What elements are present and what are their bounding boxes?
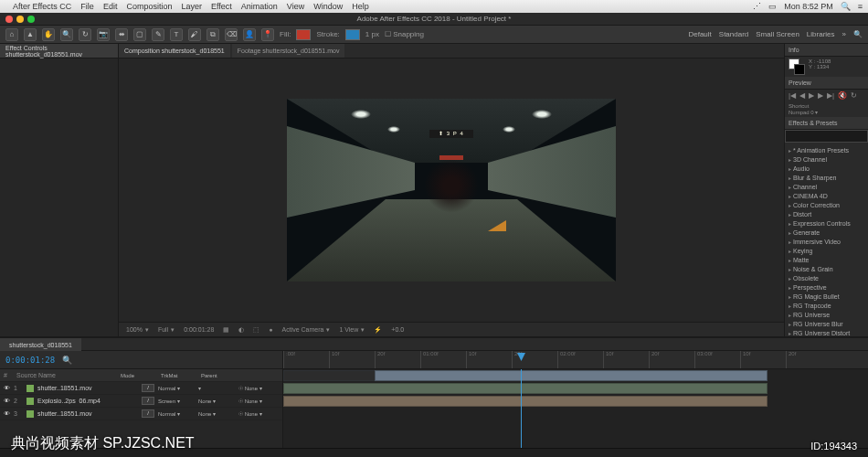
exposure-control[interactable]: +0.0 bbox=[391, 326, 404, 333]
shortcut-dropdown[interactable]: Numpad 0 ▾ bbox=[789, 109, 864, 115]
last-frame-icon[interactable]: ▶| bbox=[827, 91, 834, 100]
selection-tool[interactable]: ▲ bbox=[24, 28, 37, 41]
play-icon[interactable]: ▶ bbox=[809, 91, 814, 100]
menu-edit[interactable]: Edit bbox=[103, 2, 118, 11]
brush-tool[interactable]: 🖌 bbox=[188, 28, 201, 41]
effect-category[interactable]: Expression Controls bbox=[789, 219, 864, 228]
col-trkmat[interactable]: TrkMat bbox=[161, 373, 197, 378]
shape-tool[interactable]: ▢ bbox=[133, 28, 146, 41]
camera-dropdown[interactable]: Active Camera ▾ bbox=[282, 326, 331, 334]
blend-mode-dropdown[interactable]: Screen ▾ bbox=[158, 398, 195, 404]
menu-window[interactable]: Window bbox=[313, 2, 343, 11]
type-tool[interactable]: T bbox=[170, 28, 183, 41]
effect-category[interactable]: Blur & Sharpen bbox=[789, 174, 864, 183]
menu-composition[interactable]: Composition bbox=[126, 2, 172, 11]
views-dropdown[interactable]: 1 View ▾ bbox=[339, 326, 365, 334]
battery-icon[interactable]: ▭ bbox=[768, 2, 777, 11]
playhead[interactable] bbox=[521, 369, 522, 448]
search-help-icon[interactable]: 🔍 bbox=[853, 30, 863, 38]
trkmat-dropdown[interactable]: None ▾ bbox=[198, 398, 235, 404]
loop-icon[interactable]: ↻ bbox=[851, 91, 857, 100]
layer-bar-1[interactable] bbox=[375, 370, 767, 381]
layer-color-swatch[interactable] bbox=[26, 410, 34, 418]
magnification-dropdown[interactable]: 100% ▾ bbox=[126, 326, 149, 334]
layer-name[interactable]: shutter..18551.mov bbox=[37, 410, 138, 417]
menu-file[interactable]: File bbox=[80, 2, 94, 11]
effect-category[interactable]: Keying bbox=[789, 247, 864, 256]
layer-name[interactable]: shutter..18551.mov bbox=[37, 385, 138, 391]
effect-category[interactable]: Audio bbox=[789, 165, 864, 174]
col-parent[interactable]: Parent bbox=[201, 373, 238, 378]
effect-category[interactable]: Generate bbox=[789, 228, 864, 238]
current-timecode[interactable]: 0:00:01:28 bbox=[5, 356, 55, 365]
clone-tool[interactable]: ⧉ bbox=[206, 28, 219, 41]
search-layers-icon[interactable]: 🔍 bbox=[62, 356, 72, 365]
composition-viewer[interactable]: ⬆ 3 P 4 bbox=[119, 58, 784, 322]
puppet-tool[interactable]: 📍 bbox=[261, 28, 274, 41]
effects-search-input[interactable] bbox=[785, 130, 868, 143]
footage-tab[interactable]: Footage shutterstock_d018551.mov bbox=[232, 44, 345, 58]
pan-behind-tool[interactable]: ⬌ bbox=[115, 28, 128, 41]
effect-category[interactable]: Obsolete bbox=[789, 274, 864, 283]
timeline-tracks[interactable] bbox=[283, 369, 868, 448]
zoom-tool[interactable]: 🔍 bbox=[60, 28, 73, 41]
effect-category[interactable]: Distort bbox=[789, 210, 864, 219]
parent-dropdown[interactable]: ☉ None ▾ bbox=[238, 385, 275, 391]
eraser-tool[interactable]: ⌫ bbox=[225, 28, 238, 41]
blend-mode-dropdown[interactable]: Normal ▾ bbox=[158, 410, 195, 417]
effect-category[interactable]: RG Universe Blur bbox=[789, 320, 864, 329]
trkmat-dropdown[interactable]: None ▾ bbox=[198, 410, 235, 417]
wifi-icon[interactable]: ⋰ bbox=[753, 2, 761, 11]
mute-icon[interactable]: 🔇 bbox=[838, 91, 847, 100]
layer-row[interactable]: 👁3shutter..18551.mov/Normal ▾None ▾☉ Non… bbox=[0, 408, 282, 420]
preview-panel-header[interactable]: Preview bbox=[785, 77, 868, 90]
effect-category[interactable]: CINEMA 4D bbox=[789, 192, 864, 201]
effect-category[interactable]: 3D Channel bbox=[789, 155, 864, 165]
pen-tool[interactable]: ✎ bbox=[152, 28, 164, 41]
fast-preview-icon[interactable]: ⚡ bbox=[374, 326, 382, 334]
stroke-width[interactable]: 1 px bbox=[365, 30, 379, 38]
effects-presets-list[interactable]: * Animation Presets3D ChannelAudioBlur &… bbox=[785, 144, 868, 336]
first-frame-icon[interactable]: |◀ bbox=[789, 91, 796, 100]
workspace-default[interactable]: Default bbox=[688, 30, 711, 38]
rotation-tool[interactable]: ↻ bbox=[79, 28, 91, 41]
layer-name[interactable]: Explosio..2ps_06.mp4 bbox=[37, 398, 138, 404]
stroke-swatch[interactable] bbox=[345, 29, 360, 40]
layer-bar-2[interactable] bbox=[283, 383, 767, 394]
time-ruler[interactable]: :00f10f20f01:00f10f20f02:00f10f20f03:00f… bbox=[283, 351, 868, 368]
workspace-smallscreen[interactable]: Small Screen bbox=[756, 30, 799, 38]
app-menu[interactable]: After Effects CC bbox=[13, 2, 71, 11]
next-frame-icon[interactable]: ▶ bbox=[818, 91, 823, 100]
layer-row[interactable]: 👁1shutter..18551.mov/Normal ▾ ▾☉ None ▾ bbox=[0, 382, 282, 395]
prev-frame-icon[interactable]: ◀ bbox=[799, 91, 805, 100]
parent-dropdown[interactable]: ☉ None ▾ bbox=[238, 398, 275, 404]
workspace-standard[interactable]: Standard bbox=[719, 30, 748, 38]
motion-blur-icon[interactable]: / bbox=[142, 409, 154, 418]
workspace-libraries[interactable]: Libraries bbox=[807, 30, 835, 38]
effect-category[interactable]: Matte bbox=[789, 256, 864, 265]
motion-blur-icon[interactable]: / bbox=[142, 384, 154, 392]
search-icon[interactable]: 🔍 bbox=[841, 2, 851, 11]
effect-category[interactable]: Channel bbox=[789, 183, 864, 192]
col-mode[interactable]: Mode bbox=[121, 373, 157, 378]
roto-tool[interactable]: 👤 bbox=[243, 28, 256, 41]
col-source[interactable]: Source Name bbox=[16, 372, 117, 378]
mask-toggle-icon[interactable]: ◐ bbox=[238, 326, 244, 334]
effect-category[interactable]: Immersive Video bbox=[789, 238, 864, 247]
resolution-dropdown[interactable]: Full ▾ bbox=[158, 326, 175, 334]
effects-presets-header[interactable]: Effects & Presets bbox=[785, 117, 868, 130]
effect-category[interactable]: RG Trapcode bbox=[789, 302, 864, 311]
home-button[interactable]: ⌂ bbox=[5, 28, 18, 41]
layer-color-swatch[interactable] bbox=[26, 398, 34, 405]
effect-category[interactable]: Noise & Grain bbox=[789, 265, 864, 274]
effect-category[interactable]: * Animation Presets bbox=[789, 146, 864, 155]
viewer-timecode[interactable]: 0:00:01:28 bbox=[184, 326, 214, 333]
menu-effect[interactable]: Effect bbox=[211, 2, 232, 11]
eye-icon[interactable]: 👁 bbox=[4, 410, 10, 417]
effect-category[interactable]: Perspective bbox=[789, 283, 864, 292]
transparency-grid-icon[interactable]: ▦ bbox=[223, 326, 229, 334]
menu-help[interactable]: Help bbox=[352, 2, 369, 11]
effect-category[interactable]: RG Universe bbox=[789, 311, 864, 320]
layer-row[interactable]: 👁2Explosio..2ps_06.mp4/Screen ▾None ▾☉ N… bbox=[0, 395, 282, 408]
parent-dropdown[interactable]: ☉ None ▾ bbox=[238, 410, 275, 417]
